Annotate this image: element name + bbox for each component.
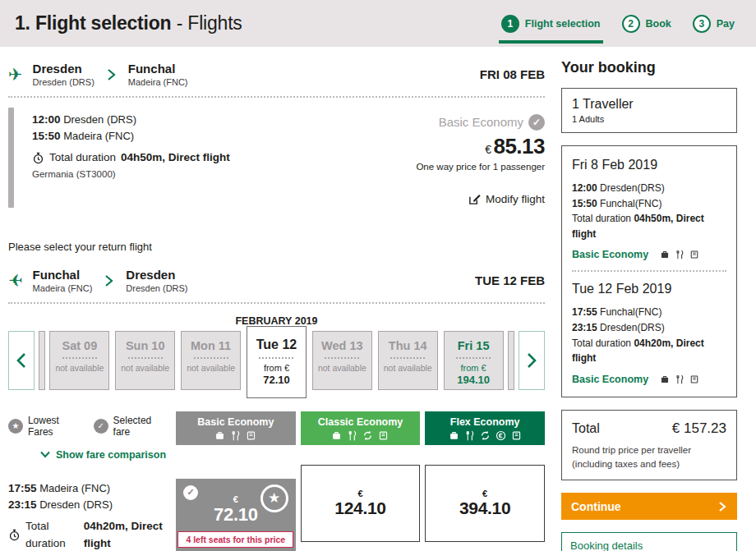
booking-details-label: Booking details — [570, 540, 643, 551]
booklet-icon — [689, 374, 699, 384]
segment-departure: 12:00 Dresden(DRS) — [572, 181, 726, 196]
segment-arrival: 23:15 Dresden(DRS) — [572, 320, 726, 336]
outbound-price-note: One way price for 1 passenger — [416, 162, 545, 172]
carousel-prev-button[interactable] — [8, 331, 35, 390]
fare-cell-basic-selected[interactable]: ✓ ★ € 72.10 4 left seats for this price — [176, 479, 296, 551]
return-dep-time: 17:55 — [8, 482, 37, 494]
traveller-count: 1 Traveller — [572, 97, 726, 112]
outbound-duration-row: Total duration 04h50m, Direct flight — [32, 149, 230, 166]
star-circle-icon: ★ — [260, 484, 288, 512]
modify-flight-link[interactable]: Modify flight — [468, 193, 545, 205]
sidebar-title: Your booking — [561, 59, 737, 76]
fare-column-basic-economy: Basic Economy — [176, 411, 296, 445]
outbound-origin-city: Dresden — [33, 62, 94, 76]
step-2-label: Book — [646, 18, 671, 30]
day-label: Tue 12 — [256, 337, 297, 352]
day-card-tue-12-selected[interactable]: Tue 12 from € 72.10 — [247, 326, 307, 398]
segment-dep-time: 12:00 — [572, 182, 597, 194]
outbound-destination: Funchal Madeira (FNC) — [128, 62, 188, 88]
fare-benefit-icons — [660, 374, 699, 384]
fare-cell-classic[interactable]: € 124.10 — [301, 465, 421, 542]
fare-column-flex-economy: Flex Economy — [425, 411, 545, 445]
step-3-label: Pay — [717, 18, 735, 30]
return-flight-info: 17:55 Madeira (FNC) 23:15 Dresden (DRS) … — [8, 479, 171, 551]
page-title-section: - Flights — [171, 12, 242, 34]
modify-icon — [468, 193, 481, 205]
outbound-fare-chosen: Basic Economy ✓ — [416, 114, 545, 131]
day-card-fri-15[interactable]: Fri 15 from € 194.10 — [444, 331, 504, 390]
divider — [194, 357, 228, 359]
show-fare-comparison-label: Show fare comparison — [56, 449, 166, 461]
booking-summary-sidebar: Your booking 1 Traveller 1 Adults Fri 8 … — [561, 47, 737, 551]
segment-outbound: Fri 8 Feb 2019 12:00 Dresden(DRS) 15:50 … — [572, 158, 726, 260]
currency-symbol: € — [233, 494, 238, 504]
outbound-dep-place: Dresden (DRS) — [63, 113, 136, 126]
meal-icon — [675, 374, 685, 384]
divider — [8, 302, 545, 304]
continue-button[interactable]: Continue — [561, 493, 737, 520]
refund-icon — [496, 430, 506, 441]
outbound-flight-info: 12:00 Dresden (DRS) 15:50 Madeira (FNC) … — [32, 108, 230, 208]
day-card-sat-09[interactable]: Sat 09 not available — [49, 331, 109, 390]
step-pay[interactable]: 3 Pay — [693, 15, 735, 33]
continue-label: Continue — [571, 500, 621, 513]
stopwatch-icon — [8, 529, 21, 541]
outbound-origin-airport: Dresden (DRS) — [33, 77, 94, 88]
day-card-mon-11[interactable]: Mon 11 not available — [181, 331, 241, 390]
star-circle-icon: ★ — [8, 419, 23, 434]
page-title-step: 1. Flight selection — [15, 12, 171, 34]
return-origin: Funchal Madeira (FNC) — [33, 268, 93, 294]
fare-benefit-icons — [660, 250, 699, 259]
chevron-right-icon — [718, 501, 727, 512]
segment-departure: 17:55 Funchal(FNC) — [572, 305, 726, 320]
outbound-departure: 12:00 Dresden (DRS) — [32, 112, 230, 128]
day-card-wed-13[interactable]: Wed 13 not available — [312, 331, 372, 390]
chevron-down-icon — [39, 451, 51, 458]
fare-price: 124.10 — [334, 498, 385, 518]
day-price: 72.10 — [263, 374, 290, 386]
baggage-icon — [660, 250, 670, 259]
step-flight-selection[interactable]: 1 Flight selection — [501, 15, 601, 33]
return-arrival: 23:15 Dresden (DRS) — [8, 497, 171, 513]
partial-day-card — [508, 331, 515, 390]
segment-date: Fri 8 Feb 2019 — [572, 158, 726, 172]
return-arr-place: Dresden (DRS) — [39, 498, 113, 511]
step-book[interactable]: 2 Book — [622, 15, 671, 33]
day-card-thu-14[interactable]: Thu 14 not available — [378, 331, 438, 390]
depart-plane-icon: ✈ — [8, 66, 23, 83]
total-box: Total € 157.23 Round trip price per trav… — [561, 410, 737, 481]
segment-fare-label: Basic Economy — [572, 249, 648, 260]
meal-icon — [675, 250, 685, 259]
segment-dep-place: Funchal(FNC) — [600, 306, 662, 318]
outbound-price-value: 85.13 — [493, 134, 545, 158]
modify-flight-label: Modify flight — [486, 193, 545, 205]
legend-lowest-fares: ★ Lowest Fares — [8, 415, 87, 438]
return-duration-label: Total duration — [25, 518, 79, 551]
segment-fare-row: Basic Economy — [572, 374, 726, 385]
day-availability: not available — [318, 363, 366, 373]
carousel-next-button[interactable] — [519, 331, 545, 390]
day-availability: not available — [55, 363, 104, 373]
return-duration-row: Total duration 04h20m, Direct flight — [8, 518, 171, 551]
fare-cell-flex[interactable]: € 394.10 — [425, 465, 545, 542]
booking-details-button[interactable]: Booking details — [561, 532, 737, 551]
outbound-fare-label: Basic Economy — [439, 115, 523, 129]
day-label: Sat 09 — [62, 339, 97, 352]
outbound-duration-label: Total duration — [49, 149, 116, 166]
divider — [128, 357, 163, 359]
fare-benefit-icons — [214, 430, 256, 441]
outbound-date: FRI 08 FEB — [480, 67, 545, 81]
step-indicator: 1 Flight selection 2 Book 3 Pay — [501, 15, 735, 33]
total-value: € 157.23 — [672, 420, 726, 437]
segment-arrival: 15:50 Funchal(FNC) — [572, 196, 726, 212]
day-card-sun-10[interactable]: Sun 10 not available — [115, 331, 175, 390]
return-dep-place: Madeira (FNC) — [39, 482, 110, 494]
show-fare-comparison-link[interactable]: Show fare comparison — [39, 449, 171, 461]
total-note: Round trip price per traveller (includin… — [572, 443, 726, 472]
legend-selected-fare: ✓ Selected fare — [94, 415, 171, 438]
meal-icon — [464, 430, 475, 441]
legend-selected-label: Selected fare — [113, 415, 171, 438]
flight-selection-main: ✈ Dresden Dresden (DRS) Funchal Madeira … — [8, 47, 545, 551]
day-from-label: from € — [461, 363, 486, 373]
baggage-icon — [214, 430, 225, 441]
